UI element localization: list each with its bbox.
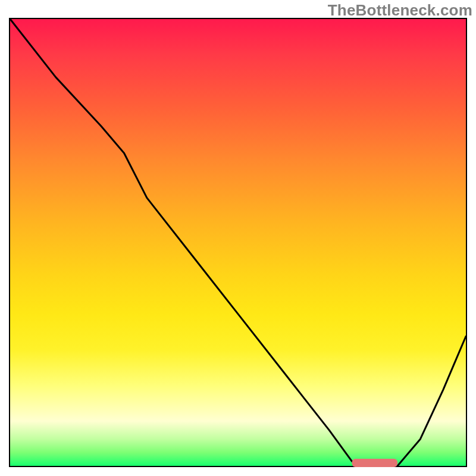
chart-frame: TheBottleneck.com (0, 0, 476, 476)
plot-area (9, 18, 467, 467)
watermark-text: TheBottleneck.com (328, 1, 472, 20)
chart-svg (10, 19, 466, 466)
series-line (10, 19, 466, 466)
minimum-marker (352, 459, 398, 467)
